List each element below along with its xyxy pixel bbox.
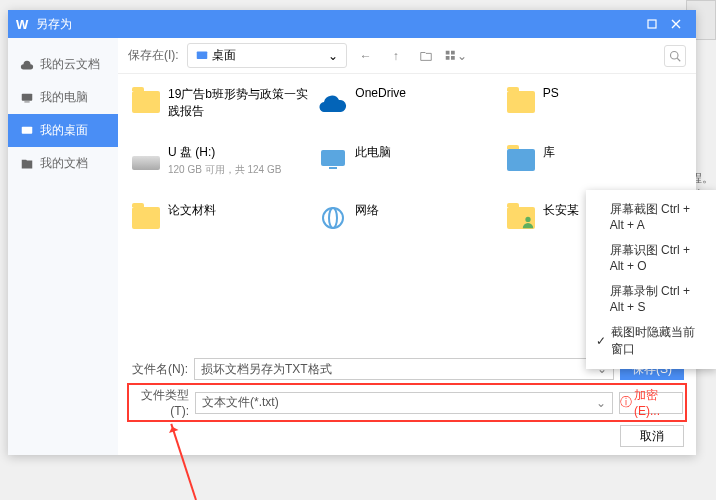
svg-point-14 (525, 217, 530, 222)
sidebar-item-desktop[interactable]: 我的桌面 (8, 114, 118, 147)
sidebar-item-label: 我的云文档 (40, 56, 100, 73)
encrypt-button[interactable]: ⓘ加密(E)... (619, 392, 683, 414)
app-logo: W (16, 17, 28, 32)
screenshot-popup: 屏幕截图 Ctrl + Alt + A 屏幕识图 Ctrl + Alt + O … (586, 190, 716, 369)
svg-point-9 (671, 51, 679, 59)
file-item[interactable]: 库 (503, 142, 686, 192)
svg-point-12 (323, 208, 343, 228)
svg-rect-6 (451, 50, 455, 54)
svg-rect-1 (22, 93, 33, 100)
new-folder-button[interactable] (415, 45, 437, 67)
file-item[interactable]: 此电脑 (315, 142, 498, 192)
filename-input[interactable]: 损坏文档另存为TXT格式⌄ (194, 358, 614, 380)
svg-rect-7 (445, 56, 449, 60)
sidebar-item-label: 我的电脑 (40, 89, 88, 106)
svg-rect-11 (329, 167, 337, 169)
sidebar: 我的云文档 我的电脑 我的桌面 我的文档 (8, 38, 118, 455)
back-button[interactable]: ← (355, 45, 377, 67)
file-name: 长安某 (543, 202, 579, 219)
file-item[interactable]: 论文材料 (128, 200, 311, 250)
sidebar-item-documents[interactable]: 我的文档 (8, 147, 118, 180)
library-icon (505, 144, 537, 176)
pc-icon (317, 144, 349, 176)
svg-rect-2 (24, 101, 29, 102)
maximize-button[interactable] (640, 12, 664, 36)
file-item[interactable]: 19广告b班形势与政策一实践报告 (128, 84, 311, 134)
file-item[interactable]: U 盘 (H:)120 GB 可用，共 124 GB (128, 142, 311, 192)
sidebar-item-label: 我的桌面 (40, 122, 88, 139)
folder-icon (130, 86, 162, 118)
svg-rect-4 (196, 51, 207, 59)
location-dropdown[interactable]: 桌面 ⌄ (187, 43, 347, 68)
popup-item[interactable]: 屏幕识图 Ctrl + Alt + O (586, 237, 716, 278)
titlebar: W 另存为 (8, 10, 696, 38)
sidebar-item-computer[interactable]: 我的电脑 (8, 81, 118, 114)
popup-item[interactable]: 屏幕录制 Ctrl + Alt + S (586, 278, 716, 319)
file-sub: 120 GB 可用，共 124 GB (168, 163, 281, 177)
file-name: OneDrive (355, 86, 406, 100)
sidebar-item-label: 我的文档 (40, 155, 88, 172)
svg-point-13 (329, 208, 337, 228)
svg-rect-3 (22, 126, 33, 133)
warning-icon: ⓘ (620, 394, 632, 411)
filename-label: 文件名(N): (130, 361, 188, 378)
popup-item[interactable]: 屏幕截图 Ctrl + Alt + A (586, 196, 716, 237)
file-name: 此电脑 (355, 144, 391, 161)
dialog-title: 另存为 (36, 16, 72, 33)
file-name: 论文材料 (168, 202, 216, 219)
filetype-dropdown[interactable]: 文本文件(*.txt)⌄ (195, 392, 613, 414)
file-name: 库 (543, 144, 555, 161)
sidebar-item-cloud[interactable]: 我的云文档 (8, 48, 118, 81)
filetype-label: 文件类型(T): (131, 387, 189, 418)
desktop-icon (196, 50, 208, 62)
popup-item[interactable]: ✓截图时隐藏当前窗口 (586, 319, 716, 363)
file-item[interactable]: OneDrive (315, 84, 498, 134)
chevron-down-icon: ⌄ (328, 49, 338, 63)
folder-icon (130, 202, 162, 234)
savein-label: 保存在(I): (128, 47, 179, 64)
check-icon: ✓ (596, 334, 607, 348)
file-name: 19广告b班形势与政策一实践报告 (168, 86, 309, 120)
file-item[interactable]: 网络 (315, 200, 498, 250)
drive-icon (130, 144, 162, 176)
file-name: 网络 (355, 202, 379, 219)
search-button[interactable] (664, 45, 686, 67)
location-text: 桌面 (212, 47, 236, 64)
chevron-down-icon: ⌄ (596, 396, 606, 410)
toolbar: 保存在(I): 桌面 ⌄ ← ↑ ⌄ (118, 38, 696, 74)
close-button[interactable] (664, 12, 688, 36)
svg-rect-5 (445, 50, 449, 54)
cancel-button[interactable]: 取消 (620, 425, 684, 447)
svg-rect-0 (648, 20, 656, 28)
svg-rect-8 (451, 56, 455, 60)
file-name: U 盘 (H:) (168, 144, 281, 161)
user-folder-icon (505, 202, 537, 234)
svg-rect-10 (321, 150, 345, 166)
file-item[interactable]: PS (503, 84, 686, 134)
onedrive-icon (317, 86, 349, 118)
folder-icon (505, 86, 537, 118)
up-button[interactable]: ↑ (385, 45, 407, 67)
file-name: PS (543, 86, 559, 100)
view-button[interactable]: ⌄ (445, 45, 467, 67)
network-icon (317, 202, 349, 234)
